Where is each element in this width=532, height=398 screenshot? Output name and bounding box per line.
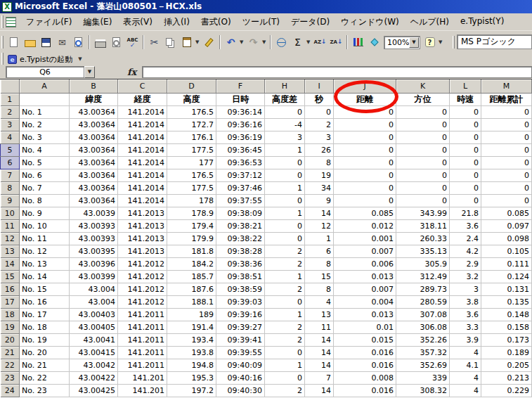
cell-I2[interactable]: 0: [305, 105, 334, 118]
cell-J2[interactable]: 0: [334, 105, 396, 118]
cell-A2[interactable]: No. 1: [20, 105, 70, 118]
cell-I10[interactable]: 14: [305, 207, 334, 219]
cell-B22[interactable]: 43.0042: [70, 359, 118, 371]
row-header-4[interactable]: 4: [1, 131, 20, 143]
menu-item-3[interactable]: 挿入(I): [158, 14, 195, 30]
menu-item-2[interactable]: 表示(V): [117, 14, 158, 30]
cell-A15[interactable]: No. 14: [20, 270, 70, 283]
cell-B2[interactable]: 43.00364: [70, 105, 118, 118]
cell-C6[interactable]: 141.2014: [118, 156, 167, 169]
cell-H2[interactable]: 0: [265, 105, 305, 118]
cell-F21[interactable]: 09:39:55: [216, 346, 265, 359]
cell-F15[interactable]: 09:38:51: [216, 270, 265, 283]
preview-button[interactable]: [108, 34, 124, 50]
paste-dropdown-arrow-icon[interactable]: ▼: [195, 39, 201, 45]
cell-A5[interactable]: No. 4: [20, 143, 70, 156]
row-header-9[interactable]: 9: [1, 194, 20, 207]
cell-B17[interactable]: 43.004: [70, 295, 118, 308]
cell-H20[interactable]: 2: [265, 333, 305, 346]
cell-I13[interactable]: 6: [305, 245, 334, 257]
cell-B10[interactable]: 43.0039: [70, 207, 118, 219]
cut-button[interactable]: [146, 34, 162, 50]
cell-K4[interactable]: 0: [396, 131, 450, 143]
cell-J21[interactable]: 0.016: [334, 346, 396, 359]
cell-L8[interactable]: 0: [450, 181, 481, 194]
cell-H15[interactable]: 1: [265, 270, 305, 283]
cell-L10[interactable]: 21.8: [450, 207, 481, 219]
cell-H23[interactable]: 0: [265, 371, 305, 384]
cell-L2[interactable]: 0: [450, 105, 481, 118]
cell-C4[interactable]: 141.2014: [118, 131, 167, 143]
cell-J5[interactable]: 0: [334, 143, 396, 156]
cell-L5[interactable]: 0: [450, 143, 481, 156]
etypist-dropdown-arrow-icon[interactable]: ▼: [78, 56, 82, 62]
cell-M2[interactable]: 0: [481, 105, 532, 118]
chart-button[interactable]: [350, 34, 366, 50]
cell-F20[interactable]: 09:39:41: [216, 333, 265, 346]
cell-H7[interactable]: 0: [265, 169, 305, 181]
cell-A23[interactable]: No. 22: [20, 371, 70, 384]
search-button[interactable]: [70, 34, 86, 50]
row-header-16[interactable]: 16: [1, 283, 20, 295]
cell-A17[interactable]: No. 16: [20, 295, 70, 308]
cell-L6[interactable]: 0: [450, 156, 481, 169]
cell-I17[interactable]: 4: [305, 295, 334, 308]
cell-C15[interactable]: 141.2012: [118, 270, 167, 283]
cell-M6[interactable]: 0: [481, 156, 532, 169]
cell-D21[interactable]: 193.8: [167, 346, 216, 359]
column-header-A[interactable]: A: [20, 79, 70, 93]
cell-B1[interactable]: 緯度: [70, 93, 118, 105]
cell-L1[interactable]: 時速: [450, 93, 481, 105]
cell-J18[interactable]: 0.013: [334, 308, 396, 321]
cell-I9[interactable]: 9: [305, 194, 334, 207]
cell-M17[interactable]: 0.135: [481, 295, 532, 308]
cell-D8[interactable]: 177.5: [167, 181, 216, 194]
cell-M19[interactable]: 0.158: [481, 321, 532, 333]
menu-item-1[interactable]: 編集(E): [77, 14, 117, 30]
cell-A18[interactable]: No. 17: [20, 308, 70, 321]
cell-K20[interactable]: 352.26: [396, 333, 450, 346]
column-header-I[interactable]: I: [305, 79, 334, 93]
cell-K10[interactable]: 343.99: [396, 207, 450, 219]
redo-button[interactable]: [245, 34, 261, 50]
cell-D16[interactable]: 187.6: [167, 283, 216, 295]
cell-I7[interactable]: 19: [305, 169, 334, 181]
cell-K2[interactable]: 0: [396, 105, 450, 118]
copy-button[interactable]: [162, 34, 179, 50]
cell-B16[interactable]: 43.004: [70, 283, 118, 295]
cell-D18[interactable]: 189: [167, 308, 216, 321]
cell-J11[interactable]: 0.012: [334, 219, 396, 232]
zoom-combobox[interactable]: 100% ▼: [384, 36, 420, 49]
cell-H1[interactable]: 高度差: [265, 93, 305, 105]
zoom-dropdown-arrow-icon[interactable]: ▼: [409, 37, 419, 48]
font-name-combobox[interactable]: MS Pゴシック: [457, 34, 532, 49]
row-header-20[interactable]: 20: [1, 333, 20, 346]
cell-C2[interactable]: 141.2014: [118, 105, 167, 118]
column-header-B[interactable]: B: [70, 79, 118, 93]
cell-B11[interactable]: 43.00393: [70, 219, 118, 232]
cell-L9[interactable]: 0: [450, 194, 481, 207]
row-header-11[interactable]: 11: [1, 219, 20, 232]
cell-H12[interactable]: 0: [265, 232, 305, 245]
cell-F22[interactable]: 09:40:09: [216, 359, 265, 371]
row-header-21[interactable]: 21: [1, 346, 20, 359]
drawing-button[interactable]: [366, 34, 382, 50]
menubar-grip-handle[interactable]: [1, 15, 4, 28]
cell-J24[interactable]: 0.016: [334, 384, 396, 397]
cell-D23[interactable]: 195.3: [167, 371, 216, 384]
row-header-5[interactable]: 5: [1, 143, 20, 156]
format-painter-button[interactable]: [201, 34, 217, 50]
cell-J17[interactable]: 0.004: [334, 295, 396, 308]
cell-C24[interactable]: 141.201: [118, 384, 167, 397]
cell-B20[interactable]: 43.0041: [70, 333, 118, 346]
cell-K17[interactable]: 280.59: [396, 295, 450, 308]
autosum-dropdown-arrow-icon[interactable]: ▼: [306, 39, 312, 45]
cell-B7[interactable]: 43.00364: [70, 169, 118, 181]
cell-H16[interactable]: 2: [265, 283, 305, 295]
cell-F1[interactable]: 日時: [216, 93, 265, 105]
cell-H19[interactable]: 2: [265, 321, 305, 333]
cell-L21[interactable]: 4: [450, 346, 481, 359]
cell-L16[interactable]: 3: [450, 283, 481, 295]
cell-I19[interactable]: 11: [305, 321, 334, 333]
cell-C3[interactable]: 141.2014: [118, 118, 167, 131]
